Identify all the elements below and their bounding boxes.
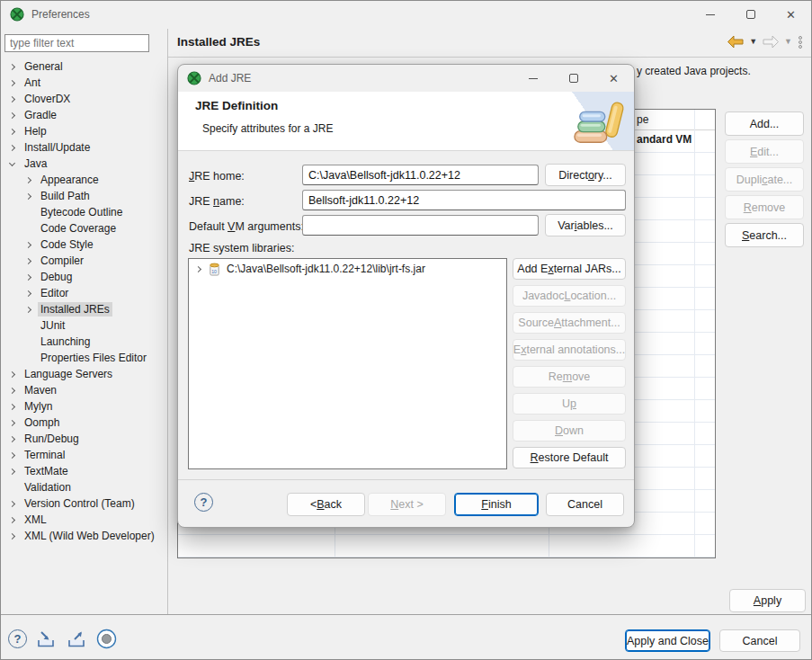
sidebar-item-editor[interactable]: Editor (1, 285, 166, 301)
sidebar-item-language-servers[interactable]: Language Servers (1, 366, 166, 382)
sidebar-item-label: Oomph (22, 415, 62, 430)
maximize-button[interactable] (730, 1, 771, 28)
sidebar-item-xml-wild-web-developer[interactable]: XML (Wild Web Developer) (1, 528, 166, 544)
dialog-titlebar: Add JRE ✕ (178, 65, 634, 92)
chevron-right-icon[interactable] (25, 273, 31, 280)
dialog-help-button[interactable]: ? (194, 493, 213, 512)
sidebar-item-code-coverage[interactable]: Code Coverage (1, 220, 166, 236)
footer-cancel-button[interactable]: Cancel (719, 629, 800, 652)
apply-button[interactable]: Apply (729, 589, 806, 612)
apply-and-close-button[interactable]: Apply and Close (625, 629, 710, 652)
sidebar-item-java[interactable]: Java (1, 156, 166, 172)
chevron-right-icon[interactable] (25, 192, 31, 199)
view-menu-icon[interactable] (797, 36, 804, 49)
cancel-button[interactable]: Cancel (546, 493, 624, 516)
sidebar-item-label: Run/Debug (22, 432, 82, 446)
forward-dropdown-icon[interactable]: ▼ (784, 38, 792, 46)
chevron-right-icon[interactable] (9, 128, 15, 134)
chevron-right-icon[interactable] (9, 63, 15, 69)
directory-button[interactable]: Directory... (545, 164, 626, 186)
window-title: Preferences (31, 8, 90, 21)
sidebar-item-label: Java (22, 156, 49, 171)
export-preferences-button[interactable] (66, 629, 88, 649)
filter-input[interactable] (4, 34, 149, 52)
chevron-right-icon[interactable] (25, 241, 31, 247)
chevron-right-icon[interactable] (9, 532, 15, 539)
chevron-right-icon[interactable] (25, 290, 31, 296)
dialog-maximize-button[interactable] (553, 65, 593, 92)
sidebar-item-install-update[interactable]: Install/Update (1, 139, 166, 156)
sidebar-item-version-control-team[interactable]: Version Control (Team) (1, 495, 166, 512)
back-button[interactable] (727, 35, 745, 49)
library-list-item[interactable]: 10 C:\Java\Bellsoft-jdk11.0.22+12\lib\jr… (189, 259, 506, 276)
chevron-right-icon[interactable] (9, 95, 15, 102)
chevron-right-icon[interactable] (9, 370, 15, 377)
search-button[interactable]: Search... (725, 223, 804, 247)
sidebar-item-gradle[interactable]: Gradle (1, 107, 166, 123)
chevron-right-icon[interactable] (9, 435, 15, 441)
sidebar-item-build-path[interactable]: Build Path (1, 188, 166, 204)
chevron-right-icon[interactable] (25, 176, 31, 183)
dialog-minimize-button[interactable] (513, 65, 553, 92)
chevron-right-icon[interactable] (9, 419, 15, 425)
variables-button[interactable]: Variables... (545, 214, 626, 236)
dialog-subheading: Specify attributes for a JRE (202, 122, 333, 135)
sidebar-item-properties-files-editor[interactable]: Properties Files Editor (1, 350, 166, 366)
sidebar-item-xml[interactable]: XML (1, 512, 166, 528)
chevron-right-icon[interactable] (9, 500, 15, 506)
add-button[interactable]: Add... (725, 111, 804, 136)
table-row-standard-vm[interactable]: andard VM (637, 133, 692, 146)
jre-name-input[interactable] (302, 190, 626, 210)
dialog-heading: JRE Definition (195, 99, 278, 112)
sidebar-item-oomph[interactable]: Oomph (1, 415, 166, 431)
jre-home-input[interactable] (302, 165, 539, 185)
import-preferences-button[interactable] (35, 629, 58, 649)
chevron-collapsed-icon[interactable] (195, 265, 201, 272)
minimize-button[interactable] (690, 1, 730, 28)
chevron-right-icon[interactable] (9, 111, 15, 118)
back-button[interactable]: < Back (287, 493, 365, 516)
sidebar-item-general[interactable]: General (1, 58, 166, 75)
close-button[interactable]: ✕ (771, 1, 811, 28)
sidebar-item-compiler[interactable]: Compiler (1, 253, 166, 269)
table-column-header-type[interactable]: pe (637, 113, 648, 126)
sidebar-item-help[interactable]: Help (1, 123, 166, 139)
chevron-right-icon[interactable] (25, 257, 31, 263)
sidebar-item-validation[interactable]: Validation (1, 479, 166, 495)
chevron-right-icon[interactable] (9, 451, 15, 458)
add-external-jars-button[interactable]: Add External JARs... (513, 258, 626, 280)
external-annotations-button: External annotations... (513, 339, 626, 361)
chevron-down-icon[interactable] (9, 159, 15, 165)
chevron-right-icon[interactable] (9, 144, 15, 150)
jre-libraries-list[interactable]: 10 C:\Java\Bellsoft-jdk11.0.22+12\lib\jr… (188, 258, 507, 469)
record-preferences-button[interactable] (96, 629, 117, 649)
sidebar-item-bytecode-outline[interactable]: Bytecode Outline (1, 204, 166, 220)
chevron-right-icon[interactable] (9, 403, 15, 409)
chevron-right-icon[interactable] (9, 516, 15, 522)
sidebar-item-ant[interactable]: Ant (1, 75, 166, 91)
back-dropdown-icon[interactable]: ▼ (749, 38, 757, 46)
dialog-close-button[interactable]: ✕ (593, 65, 634, 92)
sidebar-item-debug[interactable]: Debug (1, 269, 166, 285)
restore-default-button[interactable]: Restore Default (513, 447, 626, 468)
chevron-right-icon[interactable] (9, 79, 15, 85)
sidebar-item-launching[interactable]: Launching (1, 334, 166, 350)
sidebar-item-textmate[interactable]: TextMate (1, 463, 166, 479)
sidebar-item-code-style[interactable]: Code Style (1, 236, 166, 253)
sidebar-item-terminal[interactable]: Terminal (1, 447, 166, 463)
sidebar-item-cloverdx[interactable]: CloverDX (1, 91, 166, 107)
default-vm-arguments-input[interactable] (302, 215, 539, 236)
sidebar-item-junit[interactable]: JUnit (1, 317, 166, 334)
sidebar-item-appearance[interactable]: Appearance (1, 172, 166, 188)
chevron-right-icon[interactable] (9, 387, 15, 393)
chevron-right-icon[interactable] (9, 468, 15, 474)
chevron-right-icon[interactable] (25, 306, 31, 312)
maximize-icon (746, 10, 755, 19)
svg-text:10: 10 (211, 269, 217, 274)
sidebar-item-installed-jres[interactable]: Installed JREs (1, 301, 166, 317)
sidebar-item-maven[interactable]: Maven (1, 382, 166, 398)
sidebar-item-mylyn[interactable]: Mylyn (1, 398, 166, 415)
finish-button[interactable]: Finish (454, 493, 539, 516)
help-button[interactable]: ? (8, 629, 27, 648)
sidebar-item-run-debug[interactable]: Run/Debug (1, 431, 166, 447)
